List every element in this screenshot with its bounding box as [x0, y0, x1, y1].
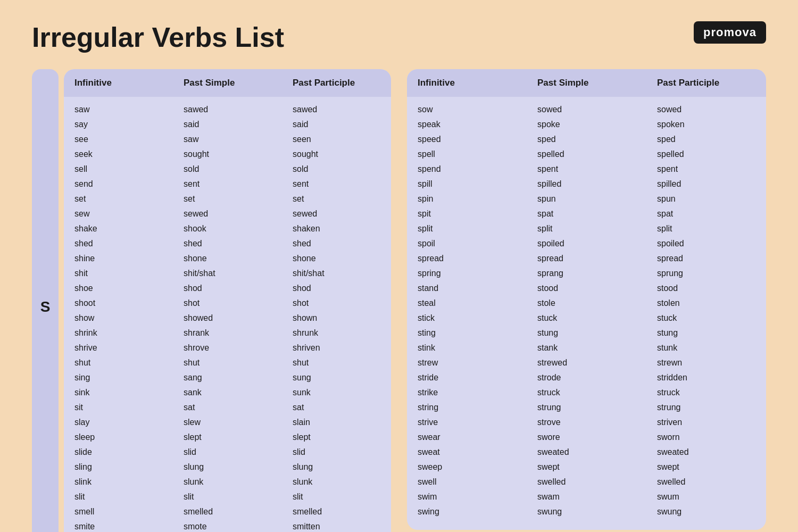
left-cell-3-2: sought	[282, 147, 391, 162]
right-cell-9-0: spoil	[407, 236, 527, 251]
right-cell-12-0: stand	[407, 281, 527, 296]
right-cell-6-0: spin	[407, 192, 527, 206]
right-table-row: speakspokespoken	[407, 117, 766, 132]
right-cell-9-2: spoiled	[646, 236, 766, 251]
right-table-row: strivestrovestriven	[407, 415, 766, 430]
right-cell-12-1: stood	[527, 281, 646, 296]
left-col-past-simple: Past Simple	[173, 69, 282, 97]
right-cell-8-0: split	[407, 221, 527, 236]
right-cell-24-0: sweep	[407, 460, 527, 475]
right-cell-17-0: strew	[407, 355, 527, 370]
right-table-row: sweatsweatedsweated	[407, 445, 766, 460]
right-cell-20-0: string	[407, 400, 527, 415]
right-cell-8-1: split	[527, 221, 646, 236]
right-cell-4-0: spend	[407, 162, 527, 177]
left-cell-11-0: shit	[64, 266, 173, 281]
left-cell-24-2: slung	[282, 460, 391, 475]
right-cell-1-0: speak	[407, 117, 527, 132]
left-cell-21-1: slew	[173, 415, 282, 430]
right-cell-5-1: spilled	[527, 177, 646, 192]
left-col-infinitive: Infinitive	[64, 69, 173, 97]
left-cell-3-0: seek	[64, 147, 173, 162]
right-cell-24-1: swept	[527, 460, 646, 475]
left-cell-26-1: slit	[173, 489, 282, 504]
right-cell-2-0: speed	[407, 132, 527, 147]
right-cell-21-2: striven	[646, 415, 766, 430]
left-cell-27-1: smelled	[173, 504, 282, 519]
left-cell-17-0: shut	[64, 355, 173, 370]
right-table-row: swearsworesworn	[407, 430, 766, 445]
left-cell-8-1: shook	[173, 221, 282, 236]
right-cell-10-1: spread	[527, 251, 646, 266]
left-cell-12-0: shoe	[64, 281, 173, 296]
left-cell-16-0: shrive	[64, 340, 173, 355]
right-cell-11-2: sprung	[646, 266, 766, 281]
left-table-section: S Infinitive Past Simple Past Participle…	[32, 69, 391, 532]
left-cell-0-0: saw	[64, 102, 173, 117]
right-table-row: spellspelledspelled	[407, 147, 766, 162]
right-cell-25-0: swell	[407, 475, 527, 489]
left-table-row: shutshutshut	[64, 355, 391, 370]
right-cell-3-0: spell	[407, 147, 527, 162]
left-table-row: sawsawedsawed	[64, 102, 391, 117]
right-cell-14-1: stuck	[527, 311, 646, 326]
right-table-body: sowsowedsowedspeakspokespokenspeedspedsp…	[407, 102, 766, 519]
right-cell-4-1: spent	[527, 162, 646, 177]
right-col-infinitive: Infinitive	[407, 69, 527, 97]
right-cell-21-1: strove	[527, 415, 646, 430]
right-cell-0-0: sow	[407, 102, 527, 117]
left-cell-2-0: see	[64, 132, 173, 147]
right-cell-22-2: sworn	[646, 430, 766, 445]
left-cell-6-0: set	[64, 192, 173, 206]
left-table-row: shoeshodshod	[64, 281, 391, 296]
left-table-row: smitesmotesmitten	[64, 519, 391, 532]
left-cell-23-0: slide	[64, 445, 173, 460]
right-cell-12-2: stood	[646, 281, 766, 296]
right-table-row: swellswelledswelled	[407, 475, 766, 489]
right-table-row: strewstrewedstrewn	[407, 355, 766, 370]
right-cell-13-2: stolen	[646, 296, 766, 311]
left-table-row: shitshit/shatshit/shat	[64, 266, 391, 281]
left-cell-17-2: shut	[282, 355, 391, 370]
right-table-row: swimswamswum	[407, 489, 766, 504]
right-cell-9-1: spoiled	[527, 236, 646, 251]
left-table-row: shriveshroveshriven	[64, 340, 391, 355]
left-cell-19-1: sank	[173, 385, 282, 400]
right-table-row: spinspunspun	[407, 192, 766, 206]
left-cell-9-2: shed	[282, 236, 391, 251]
left-cell-12-2: shod	[282, 281, 391, 296]
left-cell-11-1: shit/shat	[173, 266, 282, 281]
tables-wrapper: S Infinitive Past Simple Past Participle…	[0, 69, 798, 532]
left-cell-6-1: set	[173, 192, 282, 206]
right-cell-23-0: sweat	[407, 445, 527, 460]
right-table-row: speedspedsped	[407, 132, 766, 147]
left-cell-28-0: smite	[64, 519, 173, 532]
right-cell-26-0: swim	[407, 489, 527, 504]
right-cell-27-1: swung	[527, 504, 646, 519]
right-table-row: sweepsweptswept	[407, 460, 766, 475]
right-cell-16-1: stank	[527, 340, 646, 355]
left-table-row: slingslungslung	[64, 460, 391, 475]
letter-badge-s: S	[32, 69, 59, 532]
left-cell-26-0: slit	[64, 489, 173, 504]
right-cell-5-0: spill	[407, 177, 527, 192]
right-table-section: Infinitive Past Simple Past Participle s…	[407, 69, 766, 532]
left-cell-15-0: shrink	[64, 326, 173, 340]
left-cell-14-2: shown	[282, 311, 391, 326]
left-cell-7-1: sewed	[173, 206, 282, 221]
right-table-row: stealstolestolen	[407, 296, 766, 311]
right-cell-25-2: swelled	[646, 475, 766, 489]
right-table-row: spreadspreadspread	[407, 251, 766, 266]
left-cell-25-1: slunk	[173, 475, 282, 489]
right-table-row: stinkstankstunk	[407, 340, 766, 355]
right-cell-19-1: struck	[527, 385, 646, 400]
left-cell-7-0: sew	[64, 206, 173, 221]
left-cell-3-1: sought	[173, 147, 282, 162]
left-table-row: sitsatsat	[64, 400, 391, 415]
right-cell-15-1: stung	[527, 326, 646, 340]
left-table-header: Infinitive Past Simple Past Participle	[64, 69, 391, 97]
right-cell-20-2: strung	[646, 400, 766, 415]
left-table-row: shineshoneshone	[64, 251, 391, 266]
left-cell-28-1: smote	[173, 519, 282, 532]
left-cell-0-2: sawed	[282, 102, 391, 117]
